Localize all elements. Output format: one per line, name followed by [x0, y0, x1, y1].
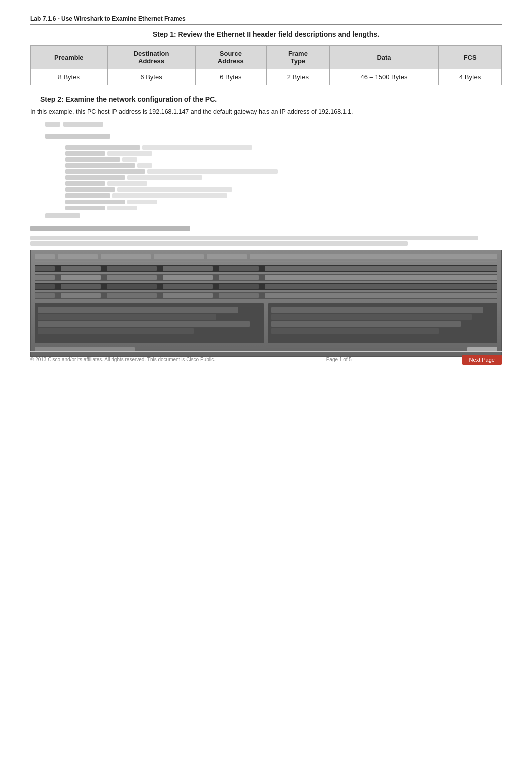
step3-heading-blur-container [30, 225, 502, 233]
ws-detail-line-4 [38, 328, 194, 334]
ipconfig-row-2 [65, 151, 502, 156]
ipconfig-label-6 [65, 175, 125, 180]
lab-title: Lab 7.1.6 - Use Wireshark to Examine Eth… [30, 15, 502, 25]
ipconfig-row-5 [65, 169, 502, 174]
ws-cell-proto-2 [219, 275, 259, 280]
ipconfig-value-9 [112, 193, 227, 198]
section-label-blur [45, 134, 110, 139]
ws-bottom-panels [35, 303, 497, 343]
next-page-button[interactable]: Next Page [462, 355, 502, 365]
cmd-prompt-symbol [45, 122, 60, 127]
cell-preamble: 8 Bytes [31, 69, 108, 85]
ws-cell-proto-3 [219, 284, 259, 289]
ws-cell-dst-2 [163, 275, 213, 280]
ws-cell-time-2 [61, 275, 101, 280]
cell-type: 2 Bytes [267, 69, 330, 85]
ipconfig-row-4 [65, 163, 502, 168]
ipconfig-row-8 [65, 187, 502, 192]
ws-detail-line-3 [38, 321, 250, 327]
ws-header [35, 254, 497, 262]
ipconfig-row-3 [65, 157, 502, 162]
ipconfig-label-4 [65, 163, 135, 168]
ipconfig-value-4 [137, 163, 152, 168]
ipconfig-label-5 [65, 169, 145, 174]
ipconfig-output [65, 145, 502, 210]
ws-detail-line-1 [38, 307, 238, 313]
col-data: Data [329, 46, 439, 69]
ws-detail-panel [35, 303, 264, 343]
ws-hex-line-1 [271, 307, 483, 313]
ipconfig-label-10 [65, 200, 125, 204]
ipconfig-row-9 [65, 193, 502, 198]
footer-copyright: © 2013 Cisco and/or its affiliates. All … [30, 357, 215, 362]
ws-cell-no-2 [35, 275, 55, 280]
ws-cell-dst-4 [163, 293, 213, 298]
ws-col-no [35, 254, 55, 259]
ipconfig-value-2 [107, 151, 152, 156]
col-src-address: SourceAddress [195, 46, 267, 69]
cmd-prompt-line [45, 122, 502, 127]
ws-col-info [250, 254, 497, 259]
ws-detail-line-2 [38, 314, 216, 320]
ws-cell-src-3 [107, 284, 157, 289]
cmd-last-line [45, 213, 502, 218]
table-data-row: 8 Bytes 6 Bytes 6 Bytes 2 Bytes 46 – 150… [31, 69, 502, 85]
step1-heading: Step 1: Review the Ethernet II header fi… [30, 30, 502, 38]
step2-heading: Step 2: Examine the network configuratio… [40, 95, 502, 103]
ethernet-frame-table: Preamble DestinationAddress SourceAddres… [30, 45, 502, 85]
ws-cell-info-1 [265, 266, 497, 271]
col-dest-address: DestinationAddress [107, 46, 195, 69]
ipconfig-row-7 [65, 181, 502, 186]
footer-page-label: Page 1 of 5 [326, 357, 352, 362]
page-container: Lab 7.1.6 - Use Wireshark to Examine Eth… [0, 0, 532, 375]
ipconfig-label-7 [65, 181, 105, 186]
step3-heading-blur [30, 226, 190, 231]
ipconfig-value-5 [147, 169, 278, 174]
ws-cell-no-4 [35, 293, 55, 298]
ws-cell-time-1 [61, 266, 101, 271]
ws-cell-info-2 [265, 275, 497, 280]
cmd-prompt-text [63, 122, 103, 127]
ipconfig-value-7 [107, 181, 147, 186]
cell-data: 46 – 1500 Bytes [329, 69, 439, 85]
ws-cell-no-3 [35, 284, 55, 289]
ipconfig-label-11 [65, 206, 105, 210]
col-frame-type: FrameType [267, 46, 330, 69]
cell-dest: 6 Bytes [107, 69, 195, 85]
ipconfig-value-11 [107, 206, 137, 210]
ws-cell-src-1 [107, 266, 157, 271]
ipconfig-value-3 [122, 157, 137, 162]
cell-fcs: 4 Bytes [439, 69, 502, 85]
cmd-last-text [45, 213, 80, 218]
ws-cell-info-4 [265, 293, 497, 298]
ipconfig-value-8 [117, 187, 232, 192]
ipconfig-label-3 [65, 157, 120, 162]
ipconfig-label-2 [65, 151, 105, 156]
ipconfig-label-9 [65, 193, 110, 198]
ws-status-right [467, 347, 497, 351]
col-fcs: FCS [439, 46, 502, 69]
ws-cell-proto-4 [219, 293, 259, 298]
ipconfig-label-1 [65, 145, 140, 150]
ws-data-row-1 [35, 265, 497, 272]
ws-cell-proto-1 [219, 266, 259, 271]
ipconfig-row-1 [65, 145, 502, 150]
ws-status-text [35, 347, 135, 351]
col-preamble: Preamble [31, 46, 108, 69]
ipconfig-value-6 [127, 175, 202, 180]
ws-hex-line-4 [271, 328, 439, 334]
ws-col-proto [207, 254, 247, 259]
cell-src: 6 Bytes [195, 69, 267, 85]
wireshark-capture [30, 250, 502, 357]
ipconfig-label-8 [65, 187, 115, 192]
ws-col-src [101, 254, 151, 259]
step2-description: In this example, this PC host IP address… [30, 107, 502, 117]
ws-data-row-2 [35, 274, 497, 281]
cmd-output-section [45, 122, 502, 218]
ws-cell-info-3 [265, 284, 497, 289]
table-header-row: Preamble DestinationAddress SourceAddres… [31, 46, 502, 69]
ipconfig-row-6 [65, 175, 502, 180]
ws-cell-dst-3 [163, 284, 213, 289]
ws-hex-line-2 [271, 314, 472, 320]
ws-cell-no-1 [35, 266, 55, 271]
